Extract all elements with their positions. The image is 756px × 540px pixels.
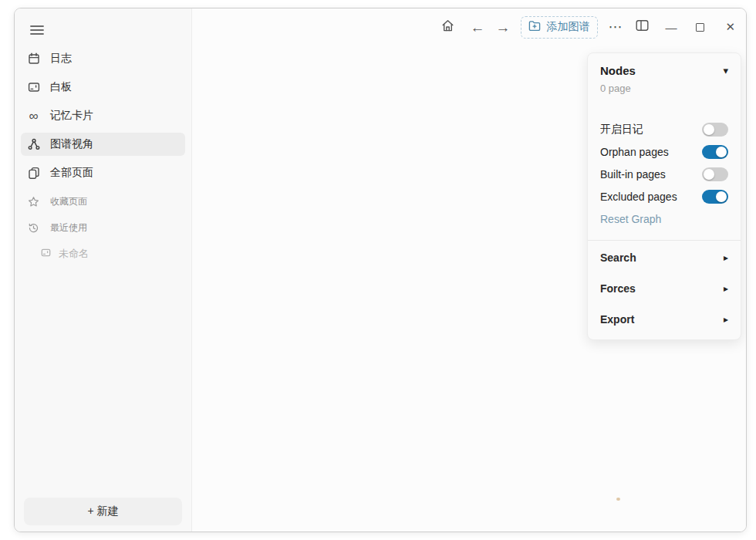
maximize-icon bbox=[696, 23, 704, 32]
recent-item-label: 未命名 bbox=[59, 247, 89, 261]
right-sidebar-toggle-button[interactable] bbox=[636, 19, 649, 35]
top-toolbar: ← → 添加图谱 ⋯ bbox=[441, 8, 746, 46]
graph-icon bbox=[27, 138, 40, 150]
forward-button[interactable]: → bbox=[495, 20, 510, 35]
excluded-pages-toggle[interactable] bbox=[702, 190, 728, 204]
whiteboard-icon bbox=[41, 248, 52, 260]
toggle-row-excluded-pages: Excluded pages bbox=[600, 185, 728, 208]
toggle-row-built-in-pages: Built-in pages bbox=[600, 163, 728, 185]
toggle-group: 开启日记 Orphan pages Built-in pages Exclude… bbox=[600, 118, 728, 230]
sidebar-item-graph-view[interactable]: 图谱视角 bbox=[21, 133, 185, 156]
star-icon bbox=[27, 196, 40, 208]
section-label: Search bbox=[600, 251, 636, 264]
back-button[interactable]: ← bbox=[470, 20, 484, 35]
close-icon: ✕ bbox=[725, 20, 735, 34]
sidebar-nav: 日志 白板 ∞ 记忆卡片 bbox=[15, 47, 191, 265]
sidebar-item-label: 日志 bbox=[50, 52, 72, 66]
toggle-label: 开启日记 bbox=[600, 123, 643, 137]
sidebar-spacer bbox=[15, 265, 191, 498]
add-graph-button[interactable]: 添加图谱 bbox=[521, 16, 598, 39]
sidebar-section-label: 最近使用 bbox=[50, 221, 87, 235]
built-in-pages-toggle[interactable] bbox=[702, 167, 728, 181]
more-options-button[interactable]: ⋯ bbox=[608, 19, 623, 35]
toggle-row-journal: 开启日记 bbox=[600, 118, 728, 140]
forces-section-button[interactable]: Forces ▸ bbox=[600, 273, 728, 304]
folder-plus-icon bbox=[528, 20, 541, 34]
toggle-row-orphan-pages: Orphan pages bbox=[600, 140, 728, 163]
sidebar-item-all-pages[interactable]: 全部页面 bbox=[21, 161, 185, 184]
close-button[interactable]: ✕ bbox=[725, 20, 735, 34]
split-pane-icon bbox=[636, 19, 649, 35]
ellipsis-icon: ⋯ bbox=[608, 19, 623, 35]
nodes-panel-header[interactable]: Nodes ▾ bbox=[600, 64, 728, 77]
calendar-icon bbox=[27, 52, 40, 65]
chevron-right-icon: ▸ bbox=[724, 252, 728, 263]
sidebar-item-whiteboards[interactable]: 白板 bbox=[21, 76, 185, 99]
sidebar-item-label: 全部页面 bbox=[50, 166, 93, 180]
sidebar-section-recent[interactable]: 最近使用 bbox=[21, 216, 185, 239]
forward-arrow-icon: → bbox=[495, 20, 510, 35]
flashcards-icon: ∞ bbox=[27, 110, 40, 123]
back-arrow-icon: ← bbox=[470, 20, 484, 35]
maximize-button[interactable] bbox=[696, 23, 704, 32]
history-icon bbox=[27, 222, 40, 234]
new-page-button-label: + 新建 bbox=[87, 505, 118, 518]
sidebar-item-label: 图谱视角 bbox=[50, 137, 93, 151]
whiteboard-icon bbox=[27, 81, 40, 93]
orphan-pages-toggle[interactable] bbox=[702, 145, 728, 159]
export-section-button[interactable]: Export ▸ bbox=[600, 304, 728, 335]
journal-toggle[interactable] bbox=[702, 123, 728, 137]
left-sidebar: 日志 白板 ∞ 记忆卡片 bbox=[15, 8, 192, 532]
sidebar-item-journals[interactable]: 日志 bbox=[21, 47, 185, 70]
minimize-icon: — bbox=[665, 21, 677, 34]
sidebar-item-label: 记忆卡片 bbox=[50, 109, 93, 123]
recent-item-untitled[interactable]: 未命名 bbox=[21, 242, 185, 265]
section-label: Forces bbox=[600, 282, 636, 295]
hamburger-icon bbox=[30, 25, 44, 35]
sidebar-item-label: 白板 bbox=[50, 80, 72, 94]
add-graph-label: 添加图谱 bbox=[546, 20, 589, 34]
app-window: 日志 白板 ∞ 记忆卡片 bbox=[14, 8, 747, 532]
chevron-down-icon: ▾ bbox=[723, 65, 728, 76]
section-label: Export bbox=[600, 313, 634, 326]
sidebar-item-flashcards[interactable]: ∞ 记忆卡片 bbox=[21, 104, 185, 127]
page-count-label: 0 page bbox=[600, 83, 728, 94]
toggle-label: Excluded pages bbox=[600, 191, 677, 203]
home-icon bbox=[441, 19, 454, 35]
reset-graph-link[interactable]: Reset Graph bbox=[600, 208, 728, 230]
pages-icon bbox=[27, 167, 40, 179]
search-section-button[interactable]: Search ▸ bbox=[600, 242, 728, 273]
toggle-label: Built-in pages bbox=[600, 168, 666, 181]
panel-divider bbox=[588, 240, 741, 241]
chevron-right-icon: ▸ bbox=[724, 314, 728, 325]
main-content: ← → 添加图谱 ⋯ bbox=[192, 8, 746, 532]
panel-title: Nodes bbox=[600, 64, 636, 77]
home-button[interactable] bbox=[441, 19, 454, 35]
chevron-right-icon: ▸ bbox=[724, 283, 728, 294]
sidebar-section-label: 收藏页面 bbox=[50, 195, 87, 208]
minimize-button[interactable]: — bbox=[665, 21, 677, 34]
new-page-button[interactable]: + 新建 bbox=[24, 498, 182, 525]
sidebar-section-favorites[interactable]: 收藏页面 bbox=[21, 190, 185, 213]
menu-toggle-button[interactable] bbox=[25, 19, 49, 41]
graph-node-dot[interactable] bbox=[616, 498, 620, 501]
toggle-label: Orphan pages bbox=[600, 146, 669, 158]
graph-nodes-panel: Nodes ▾ 0 page 开启日记 Orphan pages Built-i… bbox=[587, 52, 741, 340]
